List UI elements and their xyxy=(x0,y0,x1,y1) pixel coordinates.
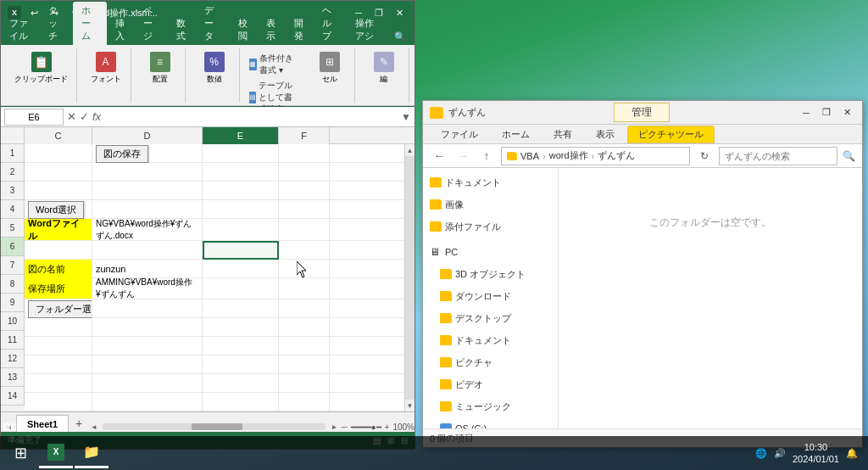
cell-d2[interactable] xyxy=(92,163,203,182)
taskbar-item-excel[interactable]: X xyxy=(39,438,73,468)
explorer-close-button[interactable]: ✕ xyxy=(838,106,855,120)
sidebar-item-drive-c[interactable]: OS (C:) xyxy=(423,417,558,428)
sheet-tab-sheet1[interactable]: Sheet1 xyxy=(16,415,69,432)
col-header-d[interactable]: D xyxy=(92,127,203,144)
tab-dev[interactable]: 開発 xyxy=(286,14,314,45)
sidebar-item-downloads[interactable]: ダウンロード xyxy=(423,285,558,307)
clipboard-button[interactable]: 📋 クリップボード xyxy=(11,50,71,87)
col-header-c[interactable]: C xyxy=(25,127,92,144)
add-sheet-button[interactable]: + xyxy=(70,415,87,432)
cell-f9[interactable] xyxy=(279,299,330,318)
cell-f14[interactable] xyxy=(279,393,330,411)
row-header-4[interactable]: 4 xyxy=(1,200,25,219)
cell-c6[interactable] xyxy=(25,241,92,260)
cell-f13[interactable] xyxy=(279,374,330,393)
cell-e1[interactable] xyxy=(203,144,279,163)
cell-e3[interactable] xyxy=(203,182,279,200)
refresh-button[interactable]: ↻ xyxy=(695,147,714,165)
cells-button[interactable]: ⊞ セル xyxy=(316,50,343,87)
cell-e2[interactable] xyxy=(203,163,279,182)
cell-c3[interactable] xyxy=(25,182,92,200)
row-header-8[interactable]: 8 xyxy=(1,275,25,294)
zoom-out-button[interactable]: ─ xyxy=(341,422,347,432)
cell-c10[interactable] xyxy=(25,318,92,337)
editing-button[interactable]: ✎ 編 xyxy=(370,50,398,87)
cell-c14[interactable] xyxy=(25,393,92,411)
tab-home[interactable]: ホーム xyxy=(73,2,106,45)
zoom-slider[interactable]: ━━━━●━ xyxy=(351,422,381,432)
sidebar-item-pictures[interactable]: ピクチャ xyxy=(423,351,558,373)
explorer-main-content[interactable]: このフォルダーは空です。 xyxy=(559,168,862,428)
explorer-tab-share[interactable]: 共有 xyxy=(542,126,583,143)
cell-c12[interactable] xyxy=(25,355,92,374)
explorer-tab-picture-tools[interactable]: ピクチャツール xyxy=(627,126,715,143)
formula-expand-icon[interactable]: ▼ xyxy=(401,111,411,123)
row-header-7[interactable]: 7 xyxy=(1,256,25,275)
cell-e4[interactable] xyxy=(203,200,279,219)
cell-e12[interactable] xyxy=(203,355,279,374)
conditional-format-button[interactable]: ▦ 条件付き書式 ▾ xyxy=(247,52,298,77)
cell-c8[interactable]: 保存場所 xyxy=(25,278,92,299)
row-header-10[interactable]: 10 xyxy=(1,312,25,331)
tray-notification-icon[interactable]: 🔔 xyxy=(846,448,858,459)
close-button[interactable]: ✕ xyxy=(391,6,408,20)
up-button[interactable]: ↑ xyxy=(477,147,496,165)
back-button[interactable]: ← xyxy=(430,147,448,165)
col-header-f[interactable]: F xyxy=(279,127,330,144)
taskbar-item-explorer[interactable]: 📁 xyxy=(75,438,108,468)
cell-f12[interactable] xyxy=(279,355,330,374)
tab-file[interactable]: ファイル xyxy=(1,14,40,45)
tab-view[interactable]: 表示 xyxy=(258,14,286,45)
number-button[interactable]: % 数値 xyxy=(201,50,228,87)
cell-c9[interactable]: フォルダー選択 xyxy=(25,299,92,318)
h-scroll-right[interactable]: ► xyxy=(329,422,339,432)
sidebar-item-video[interactable]: ビデオ xyxy=(423,373,558,395)
tab-help[interactable]: ヘルプ xyxy=(314,2,347,45)
row-header-1[interactable]: 1 xyxy=(1,144,25,163)
cell-e5[interactable] xyxy=(203,219,279,240)
sidebar-item-3d[interactable]: 3D オブジェクト xyxy=(423,263,558,285)
tab-assist[interactable]: 操作アシ xyxy=(347,14,386,45)
management-tab-badge[interactable]: 管理 xyxy=(614,103,670,122)
cell-d1[interactable]: 図の保存 xyxy=(92,144,203,163)
cell-e13[interactable] xyxy=(203,374,279,393)
row-header-2[interactable]: 2 xyxy=(1,163,25,182)
zoom-in-button[interactable]: + xyxy=(385,422,390,432)
alignment-button[interactable]: ≡ 配置 xyxy=(147,50,174,87)
horizontal-scrollbar[interactable] xyxy=(103,423,326,430)
cell-e14[interactable] xyxy=(203,393,279,411)
cell-reference-input[interactable] xyxy=(4,109,64,126)
cell-e6[interactable] xyxy=(203,241,279,260)
start-button[interactable]: ⊞ xyxy=(3,438,37,468)
cell-e11[interactable] xyxy=(203,337,279,355)
cell-f4[interactable] xyxy=(279,200,330,219)
formula-input[interactable] xyxy=(104,109,398,126)
cell-f7[interactable] xyxy=(279,260,330,278)
cell-c13[interactable] xyxy=(25,374,92,393)
row-header-12[interactable]: 12 xyxy=(1,350,25,368)
vertical-scrollbar[interactable]: ▲ ▼ xyxy=(404,144,415,411)
forward-button[interactable]: → xyxy=(453,147,472,165)
row-header-5[interactable]: 5 xyxy=(1,219,25,238)
sidebar-item-music[interactable]: ミュージック xyxy=(423,395,558,417)
cell-f3[interactable] xyxy=(279,182,330,200)
address-bar[interactable]: VBA › word操作 › ずんずん xyxy=(501,147,690,165)
cell-f5[interactable] xyxy=(279,219,330,240)
cell-d12[interactable] xyxy=(92,355,203,374)
cell-d5[interactable]: NG¥VBA¥word操作¥ずんずん.docx xyxy=(92,219,203,240)
cell-d3[interactable] xyxy=(92,182,203,200)
sidebar-item-images[interactable]: 画像 xyxy=(423,193,558,215)
row-header-9[interactable]: 9 xyxy=(1,294,25,312)
scroll-up-button[interactable]: ▲ xyxy=(405,144,415,156)
cell-d10[interactable] xyxy=(92,318,203,337)
tab-touch[interactable]: タッチ xyxy=(40,2,73,45)
cell-f1[interactable] xyxy=(279,144,330,163)
horizontal-scroll-thumb[interactable] xyxy=(192,423,242,430)
cell-d9[interactable] xyxy=(92,299,203,318)
tab-search[interactable]: 🔍 xyxy=(386,29,415,45)
cell-c2[interactable] xyxy=(25,163,92,182)
cell-f11[interactable] xyxy=(279,337,330,355)
sidebar-item-docs2[interactable]: ドキュメント xyxy=(423,329,558,351)
explorer-restore-button[interactable]: ❐ xyxy=(818,106,835,120)
row-header-3[interactable]: 3 xyxy=(1,182,25,200)
